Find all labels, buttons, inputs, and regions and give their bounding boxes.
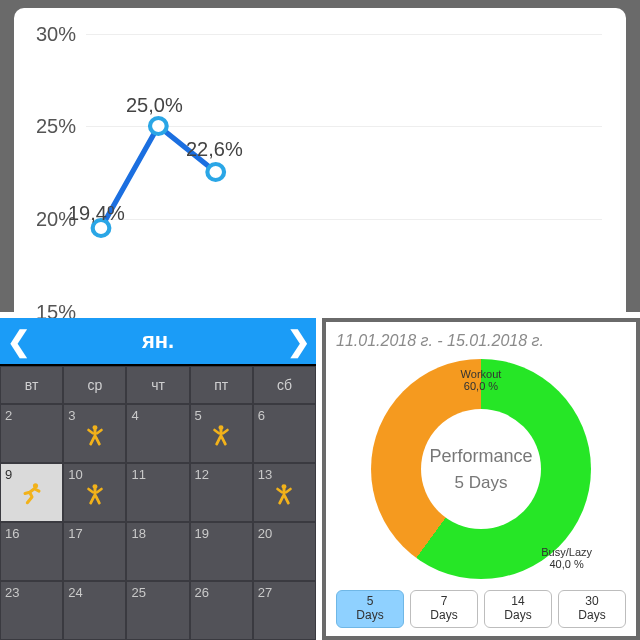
calendar-panel: ❮ ян. ❯ вт ср чт пт сб 23456910111213161… xyxy=(0,318,316,640)
weekday-header: ср xyxy=(63,366,126,404)
calendar-day[interactable]: 10 xyxy=(63,463,126,522)
busy-slice-label: Busy/Lazy40,0 % xyxy=(541,546,592,570)
calendar-day[interactable]: 4 xyxy=(126,404,189,463)
calendar-day[interactable]: 5 xyxy=(190,404,253,463)
month-label: ян. xyxy=(142,328,174,354)
line-svg xyxy=(28,22,612,312)
calendar-day[interactable]: 13 xyxy=(253,463,316,522)
stretch-icon xyxy=(208,422,234,448)
donut-center-sub: 5 Days xyxy=(455,473,508,493)
calendar-day[interactable]: 20 xyxy=(253,522,316,581)
weekday-header: пт xyxy=(190,366,253,404)
performance-card: 11.01.2018 г. - 15.01.2018 г. Performanc… xyxy=(326,322,636,636)
donut-chart: Performance 5 Days Workout60,0 % Busy/La… xyxy=(336,354,626,584)
calendar-day[interactable]: 16 xyxy=(0,522,63,581)
calendar-day[interactable]: 6 xyxy=(253,404,316,463)
point-label-0: 19,4% xyxy=(68,202,125,225)
weekday-header: вт xyxy=(0,366,63,404)
line-chart-panel: 30% 25% 20% 15% 19,4% 25,0% 22,6 xyxy=(0,0,640,318)
next-month-button[interactable]: ❯ xyxy=(280,318,316,364)
calendar-day[interactable]: 19 xyxy=(190,522,253,581)
stretch-icon xyxy=(82,422,108,448)
range-14-days-button[interactable]: 14Days xyxy=(484,590,552,628)
range-30-days-button[interactable]: 30Days xyxy=(558,590,626,628)
calendar-day[interactable]: 17 xyxy=(63,522,126,581)
range-selector: 5Days 7Days 14Days 30Days xyxy=(336,590,626,628)
calendar-day[interactable]: 26 xyxy=(190,581,253,640)
workout-slice-label: Workout60,0 % xyxy=(461,368,502,392)
stretch-icon xyxy=(82,481,108,507)
calendar-day[interactable]: 23 xyxy=(0,581,63,640)
chevron-right-icon: ❯ xyxy=(287,325,310,358)
svg-point-10 xyxy=(282,484,287,489)
svg-point-3 xyxy=(92,425,97,430)
range-7-days-button[interactable]: 7Days xyxy=(410,590,478,628)
calendar-day[interactable]: 9 xyxy=(0,463,63,522)
donut-center-title: Performance xyxy=(429,446,532,467)
stretch-icon xyxy=(271,481,297,507)
svg-point-8 xyxy=(92,484,97,489)
svg-point-5 xyxy=(219,425,224,430)
calendar-day[interactable]: 12 xyxy=(190,463,253,522)
calendar-day[interactable]: 25 xyxy=(126,581,189,640)
phone-frame: 30% 25% 20% 15% 19,4% 25,0% 22,6 xyxy=(0,0,640,312)
line-chart-card: 30% 25% 20% 15% 19,4% 25,0% 22,6 xyxy=(14,8,626,312)
calendar-day[interactable]: 24 xyxy=(63,581,126,640)
performance-panel: 11.01.2018 г. - 15.01.2018 г. Performanc… xyxy=(322,318,640,640)
calendar-header: ❮ ян. ❯ xyxy=(0,318,316,364)
svg-point-2 xyxy=(207,164,224,180)
weekday-header: сб xyxy=(253,366,316,404)
point-label-1: 25,0% xyxy=(126,94,183,117)
bottom-row: ❮ ян. ❯ вт ср чт пт сб 23456910111213161… xyxy=(0,318,640,640)
date-range-label: 11.01.2018 г. - 15.01.2018 г. xyxy=(336,332,626,350)
calendar-day[interactable]: 18 xyxy=(126,522,189,581)
point-label-2: 22,6% xyxy=(186,138,243,161)
donut-center: Performance 5 Days xyxy=(421,409,541,529)
calendar-day[interactable]: 2 xyxy=(0,404,63,463)
prev-month-button[interactable]: ❮ xyxy=(0,318,36,364)
app-root: 30% 25% 20% 15% 19,4% 25,0% 22,6 xyxy=(0,0,640,640)
range-5-days-button[interactable]: 5Days xyxy=(336,590,404,628)
line-chart: 30% 25% 20% 15% 19,4% 25,0% 22,6 xyxy=(28,22,612,312)
chevron-left-icon: ❮ xyxy=(7,325,30,358)
calendar-day[interactable]: 3 xyxy=(63,404,126,463)
weekday-header: чт xyxy=(126,366,189,404)
calendar-day[interactable]: 11 xyxy=(126,463,189,522)
run-icon xyxy=(18,480,46,508)
calendar-grid: вт ср чт пт сб 2345691011121316171819202… xyxy=(0,364,316,640)
svg-point-1 xyxy=(150,118,167,134)
calendar-day[interactable]: 27 xyxy=(253,581,316,640)
